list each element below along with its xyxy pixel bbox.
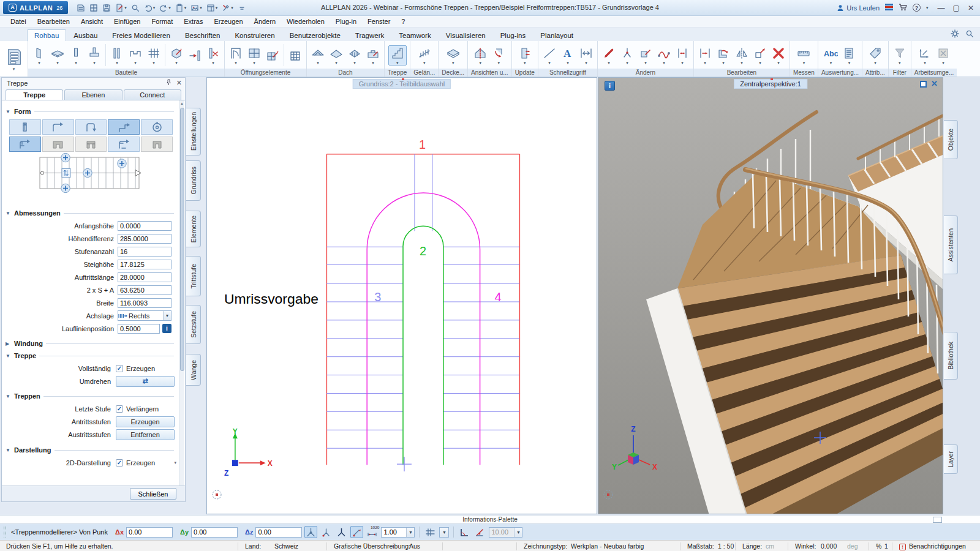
vollstaendig-checkbox[interactable]: ✓: [116, 365, 123, 372]
section-darstellung[interactable]: ▼Darstellung: [6, 445, 174, 455]
angle-combo[interactable]: ▼: [489, 527, 522, 538]
palette-close-icon[interactable]: ✕: [176, 79, 182, 87]
steighoehe-field[interactable]: [118, 260, 172, 269]
document-edit-icon[interactable]: ▾: [114, 3, 128, 13]
menu-wiederholen[interactable]: Wiederholen: [281, 17, 330, 26]
umdrehen-button[interactable]: ⇄: [116, 376, 175, 387]
status-drawing-type-value[interactable]: Werkplan - Neubau farbig: [571, 542, 644, 550]
tab-benutzerobjekte[interactable]: Benutzerobjekte: [282, 29, 348, 41]
lauflinienposition-field[interactable]: [118, 324, 160, 334]
tab-ausbau[interactable]: Ausbau: [66, 29, 105, 41]
menu-hilfe[interactable]: ?: [396, 17, 410, 26]
foundation-icon[interactable]: ▾: [85, 45, 104, 65]
search-icon[interactable]: [130, 3, 141, 13]
letzte-stufe-checkbox[interactable]: ✓: [116, 405, 123, 413]
maximize-button[interactable]: ▢: [953, 4, 960, 12]
winder-half-icon[interactable]: [42, 137, 74, 152]
tab-rohbau[interactable]: Rohbau: [27, 29, 66, 41]
antrittsstufen-button[interactable]: Erzeugen: [116, 416, 175, 427]
ruler-icon[interactable]: ▾: [794, 45, 813, 65]
project-icon[interactable]: [75, 3, 86, 13]
report-icon[interactable]: ▾: [840, 45, 858, 65]
right-tab-assistenten[interactable]: Assistenten: [944, 216, 958, 274]
menu-extras[interactable]: Extras: [178, 17, 208, 26]
straight-stair-icon[interactable]: [9, 119, 41, 135]
info-icon[interactable]: i: [605, 81, 615, 91]
point-snap-icon[interactable]: [350, 526, 363, 538]
niche-icon[interactable]: ▾: [126, 45, 145, 65]
side-tab-einstellungen[interactable]: Einstellungen: [186, 108, 201, 156]
menu-plugin[interactable]: Plug-in: [330, 17, 362, 26]
stair-icon[interactable]: ▾: [388, 45, 407, 66]
window-icon[interactable]: ▾: [245, 45, 263, 65]
informations-palette-bar[interactable]: Informations-Palette: [0, 515, 980, 524]
status-override-value[interactable]: Aus: [409, 542, 420, 550]
achslage-dropdown[interactable]: Rechts ▼: [118, 310, 172, 321]
pencil-icon[interactable]: ▾: [600, 45, 618, 65]
auftrittslaenge-field[interactable]: [118, 272, 172, 282]
info-icon[interactable]: i: [162, 324, 172, 333]
angle-snap-icon[interactable]: [473, 526, 486, 538]
mirror-icon[interactable]: ▾: [733, 45, 751, 65]
delta-x-field[interactable]: [126, 527, 173, 538]
section-windung[interactable]: ▶Windung: [6, 339, 174, 348]
offset-icon[interactable]: ▾: [673, 45, 692, 65]
tab-planlayout[interactable]: Planlayout: [533, 29, 581, 41]
menu-datei[interactable]: Datei: [5, 17, 32, 26]
pin-icon[interactable]: [165, 79, 172, 87]
half-landing-icon[interactable]: [141, 137, 173, 152]
section-treppen[interactable]: ▼Treppen: [6, 391, 174, 401]
row-dropdown-icon[interactable]: ▾: [174, 460, 176, 465]
roof-gable-icon[interactable]: ▾: [327, 45, 345, 65]
spiral-stair-icon[interactable]: [141, 119, 173, 135]
right-angle-icon[interactable]: [458, 526, 471, 538]
section-update-icon[interactable]: ▾: [489, 45, 508, 65]
breite-field[interactable]: [118, 298, 172, 308]
side-tab-elemente[interactable]: Elemente: [186, 211, 201, 247]
clipboard-icon[interactable]: ▾: [174, 3, 188, 13]
length-factor-combo[interactable]: ▼: [381, 527, 415, 538]
undo-icon[interactable]: ▾: [143, 3, 157, 13]
hoehendifferenz-field[interactable]: [118, 234, 172, 244]
allplan-logo[interactable]: A ALLPLAN 26: [3, 1, 68, 14]
local-point-icon[interactable]: [335, 526, 348, 538]
text-icon[interactable]: A▾: [559, 45, 577, 65]
update-door-icon[interactable]: ▾: [516, 45, 534, 65]
project-properties-icon[interactable]: ▾: [0, 41, 28, 77]
column-icon[interactable]: ▾: [67, 45, 85, 65]
palette-tab-connect[interactable]: Connect: [124, 89, 181, 100]
user-account[interactable]: Urs Leufen: [837, 4, 880, 12]
status-notifications[interactable]: Benachrichtigungen: [909, 542, 966, 550]
formel-field[interactable]: [118, 285, 172, 295]
navigation-compass-icon[interactable]: [603, 489, 614, 500]
viewport-grundriss[interactable]: Grundriss:2 - Teilbildauswahl 1 2 3 4 Um…: [206, 77, 597, 514]
track-options-combo[interactable]: ▼: [439, 527, 449, 538]
status-angle-value[interactable]: 0.000: [821, 542, 837, 550]
menu-einfuegen[interactable]: Einfügen: [108, 17, 146, 26]
double-wall-icon[interactable]: ▾: [108, 45, 126, 65]
status-percent-value[interactable]: 1: [884, 542, 888, 550]
rotate-icon[interactable]: ▾: [714, 45, 733, 65]
tab-beschriften[interactable]: Beschriften: [178, 29, 228, 41]
section-abmessungen[interactable]: ▼Abmessungen: [6, 208, 174, 218]
section-view-icon[interactable]: ▾: [471, 45, 489, 65]
dimension-icon[interactable]: ▾: [577, 45, 595, 65]
menu-erzeugen[interactable]: Erzeugen: [208, 17, 248, 26]
viewport-icon[interactable]: ▾: [934, 45, 952, 65]
filter-icon[interactable]: ▾: [891, 45, 909, 65]
window-edit-icon[interactable]: [263, 48, 282, 63]
workspace-icon[interactable]: ▾: [916, 45, 934, 65]
tab-teamwork[interactable]: Teamwork: [391, 29, 438, 41]
status-length-value[interactable]: cm: [766, 542, 774, 550]
right-tab-bibliothek[interactable]: Bibliothek: [944, 332, 958, 380]
close-button[interactable]: ✕: [968, 4, 974, 12]
menu-fenster[interactable]: Fenster: [362, 17, 396, 26]
delete-wall-icon[interactable]: ▾: [204, 45, 222, 65]
door-icon[interactable]: ▾: [227, 45, 245, 65]
status-scale-value[interactable]: 1 : 50: [718, 542, 734, 550]
side-tab-setzstufe[interactable]: Setzstufe: [186, 305, 201, 344]
delta-y-field[interactable]: [191, 527, 238, 538]
minimize-button[interactable]: —: [938, 4, 945, 12]
stretch-icon[interactable]: ▾: [751, 45, 769, 65]
railing-icon[interactable]: ▾: [415, 45, 434, 65]
